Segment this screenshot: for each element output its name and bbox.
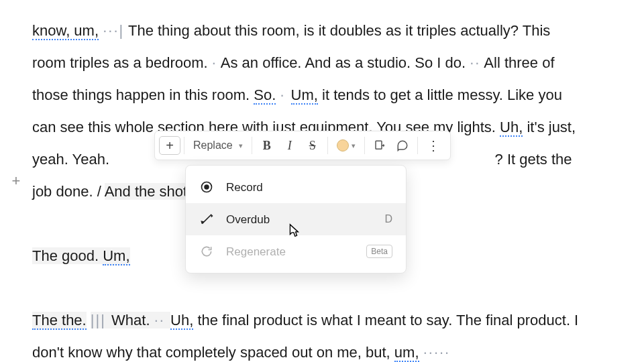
separator [252,137,252,154]
page-arrow-icon [374,139,386,152]
add-line-button[interactable]: + [8,173,24,189]
regenerate-icon [199,245,214,258]
highlight-color-button[interactable]: ▾ [331,135,361,156]
replace-dropdown[interactable]: Replace ▾ [188,135,248,156]
more-button[interactable]: ⋮ [421,135,446,156]
add-button[interactable]: + [159,136,180,155]
chevron-down-icon: ▾ [239,129,243,162]
filler-word[interactable]: Um, [103,247,129,265]
svg-point-2 [204,184,209,190]
menu-shortcut: D [384,214,392,225]
selection-toolbar: + Replace ▾ B I S ▾ ⋮ [154,131,451,160]
menu-overdub[interactable]: Overdub D [186,203,406,235]
filler-word[interactable]: Uh, [500,119,523,137]
gap-marker: ||| [91,312,111,328]
separator [417,137,418,154]
filler-word[interactable]: The the. [32,312,87,330]
replace-menu: Record Overdub D Regenerate Beta [185,165,407,274]
color-swatch [337,139,349,152]
separator [184,137,184,154]
selected-text[interactable]: What. [111,312,154,328]
gap-marker: ·· [154,312,170,328]
overdub-icon [199,213,214,226]
gap-marker: ···| [103,22,124,39]
gap-marker: ····· [423,344,451,361]
menu-label: Regenerate [226,246,354,257]
filler-word[interactable]: know, um, [32,22,99,40]
separator [327,137,328,154]
record-icon [199,180,214,194]
separator [364,137,365,154]
menu-record[interactable]: Record [186,171,406,203]
comment-button[interactable] [391,135,414,156]
filler-word[interactable]: um, [394,344,419,362]
gap-marker: ·· [470,54,480,71]
menu-label: Overdub [226,214,372,225]
strikethrough-button[interactable]: S [301,135,324,156]
menu-regenerate: Regenerate Beta [186,235,406,267]
gap-marker: · [212,54,217,71]
bold-button[interactable]: B [256,135,278,156]
filler-word[interactable]: So. [254,86,276,105]
replace-label: Replace [193,129,233,162]
chevron-down-icon: ▾ [352,129,356,162]
menu-label: Record [226,182,392,193]
comment-icon [396,139,409,152]
italic-button[interactable]: I [278,135,301,156]
filler-word[interactable]: Uh, [170,312,193,330]
beta-badge: Beta [366,245,392,258]
selected-text[interactable]: The good. [32,247,103,264]
export-button[interactable] [368,135,391,156]
transcript-text[interactable]: As an office. And as a studio. So I do. [221,54,470,71]
svg-rect-0 [376,141,382,149]
gap-marker: · [280,86,290,103]
filler-word[interactable]: Um, [291,86,318,105]
selected-text[interactable]: And the shots [105,183,195,200]
